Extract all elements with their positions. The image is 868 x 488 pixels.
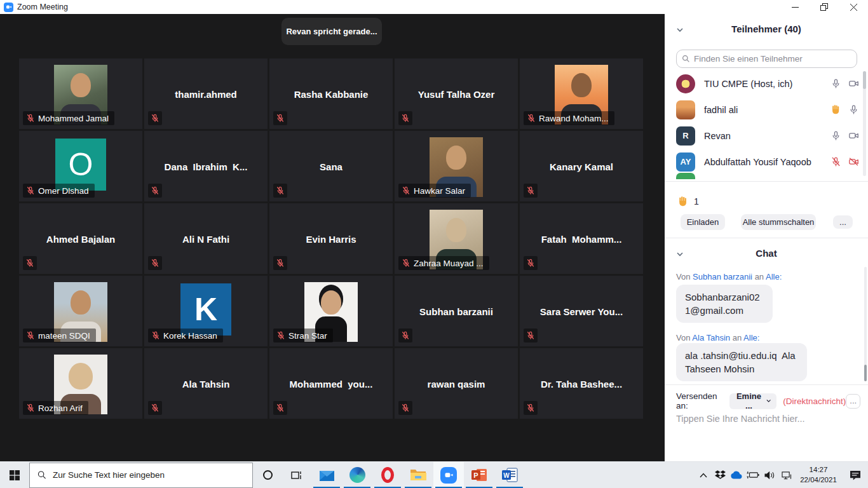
recipient-selector[interactable]: Emine ... <box>729 393 777 409</box>
participant-row[interactable]: fadhil ali <box>665 97 868 123</box>
muted-mic-icon <box>831 156 841 167</box>
tray-onedrive[interactable] <box>728 462 745 488</box>
meeting-side-panel: Teilnehmer (40) TIU CMPE (Host, ich) fad… <box>665 14 868 461</box>
file-explorer-icon <box>410 468 426 482</box>
muted-mic-icon <box>402 186 410 195</box>
taskbar-clock[interactable]: 14:27 22/04/2021 <box>794 465 843 485</box>
video-tile[interactable]: Mohammed Jamal <box>19 58 142 129</box>
chat-more-button[interactable]: ... <box>846 394 860 409</box>
video-tile[interactable]: Dr. Taha Bashee... <box>520 348 643 419</box>
video-tile[interactable]: Hawkar Salar <box>395 131 518 201</box>
participant-name: Dana Ibrahim K... <box>147 161 265 172</box>
action-center-button[interactable] <box>843 462 868 488</box>
taskbar-app-file-explorer[interactable] <box>403 462 433 488</box>
muted-mic-icon <box>26 331 35 340</box>
camera-off-icon <box>848 156 859 167</box>
taskbar-search-input[interactable] <box>53 470 245 480</box>
chevron-up-icon <box>700 473 707 478</box>
tray-chevron-up[interactable] <box>695 462 712 488</box>
video-tile[interactable]: Rawand Moham... <box>520 58 643 129</box>
zoom-icon <box>440 467 457 484</box>
video-tile[interactable]: Kanary Kamal <box>520 131 643 201</box>
participant-search[interactable] <box>676 50 857 68</box>
tray-dropbox[interactable] <box>712 462 728 488</box>
video-tile[interactable]: Ali N Fathi <box>144 203 268 274</box>
video-tile[interactable]: K Korek Hassan <box>144 276 268 346</box>
clock-time: 14:27 <box>794 465 843 475</box>
video-tile[interactable]: Evin Harris <box>269 203 393 274</box>
participant-row[interactable]: R Revan <box>665 123 868 149</box>
chevron-down-icon <box>766 399 771 403</box>
task-view-button[interactable] <box>282 462 311 488</box>
participant-search-input[interactable] <box>694 54 851 64</box>
raised-hand-icon <box>831 104 841 115</box>
video-tile[interactable]: Fatah Mohamm... <box>520 203 643 274</box>
close-button[interactable] <box>839 0 868 14</box>
chat-scrollbar-track[interactable] <box>864 267 867 381</box>
video-tile[interactable]: Ahmed Bajalan <box>19 203 142 274</box>
video-tile[interactable]: Mohammed you... <box>269 348 393 419</box>
muted-mic-icon <box>148 184 162 198</box>
participant-row[interactable]: AY Abdulfattah Yousif Yaqoob <box>665 149 868 175</box>
participants-more-button[interactable]: ... <box>833 215 853 229</box>
muted-mic-icon <box>524 401 538 415</box>
participant-name: Dr. Taha Bashee... <box>522 378 641 389</box>
taskbar-app-word[interactable]: W <box>494 462 525 488</box>
participants-scrollbar-thumb[interactable] <box>863 71 866 89</box>
battery-icon <box>747 471 759 479</box>
camera-icon <box>848 78 859 89</box>
taskbar-search[interactable] <box>29 463 253 488</box>
invite-button[interactable]: Einladen <box>681 214 725 230</box>
chat-message-input[interactable] <box>676 414 854 424</box>
video-tile[interactable]: rawan qasim <box>395 348 518 419</box>
restore-button[interactable] <box>810 0 839 14</box>
zoom-app-icon <box>4 3 13 12</box>
direct-message-label: (Direktnachricht) <box>783 396 846 406</box>
minimize-button[interactable] <box>780 0 810 14</box>
video-tile[interactable]: Zahraa Muayad ... <box>395 203 518 274</box>
windows-taskbar: P W 14:27 22/04/2021 <box>0 461 868 488</box>
video-tile[interactable]: Subhan barzanii <box>395 276 518 346</box>
muted-mic-icon <box>527 114 536 123</box>
tile-name-label: Korek Hassan <box>148 329 223 342</box>
video-tile[interactable]: Dana Ibrahim K... <box>144 131 268 201</box>
video-tile[interactable]: O Omer Dlshad <box>19 131 142 201</box>
start-button[interactable] <box>0 462 29 488</box>
video-tile[interactable]: Sara Serwer You... <box>520 276 643 346</box>
video-tile[interactable]: mateen SDQI <box>19 276 142 346</box>
video-tile[interactable]: Rasha Kabbanie <box>269 58 393 129</box>
avatar-initial: R <box>676 126 695 146</box>
taskbar-app-opera[interactable] <box>372 462 403 488</box>
taskbar-app-powerpoint[interactable]: P <box>464 462 494 488</box>
video-tile[interactable]: Sana <box>269 131 393 201</box>
camera-icon <box>848 130 859 141</box>
tray-volume[interactable] <box>761 462 778 488</box>
mail-icon <box>319 468 335 482</box>
mic-icon <box>831 130 841 141</box>
dropbox-icon <box>715 470 726 480</box>
divider <box>665 181 868 182</box>
cortana-button[interactable] <box>253 462 282 488</box>
svg-text:P: P <box>473 471 478 479</box>
video-tile[interactable]: Yusuf Talha Ozer <box>395 58 518 129</box>
clock-date: 22/04/2021 <box>794 475 843 485</box>
taskbar-app-edge[interactable] <box>342 462 372 488</box>
participant-row[interactable]: TIU CMPE (Host, ich) <box>665 71 868 97</box>
tray-battery[interactable] <box>745 462 761 488</box>
participant-row-partial[interactable] <box>676 173 695 179</box>
video-tile[interactable]: thamir.ahmed <box>144 58 268 129</box>
video-tile[interactable]: Stran Star <box>269 276 393 346</box>
divider <box>665 384 868 385</box>
tile-name-label: Omer Dlshad <box>23 184 95 198</box>
muted-mic-icon <box>398 401 412 415</box>
participants-panel-title: Teilnehmer (40) <box>665 24 868 34</box>
participant-name: Rasha Kabbanie <box>272 88 390 99</box>
chat-scrollbar-thumb[interactable] <box>864 365 867 381</box>
video-tile[interactable]: Ala Tahsin <box>144 348 268 419</box>
mute-all-button[interactable]: Alle stummschalten <box>741 214 816 230</box>
video-tile[interactable]: Rozhan Arif <box>19 348 142 419</box>
taskbar-app-mail[interactable] <box>311 462 342 488</box>
tray-network[interactable] <box>778 462 794 488</box>
participant-name: Evin Harris <box>272 233 390 244</box>
taskbar-app-zoom[interactable] <box>433 462 464 488</box>
